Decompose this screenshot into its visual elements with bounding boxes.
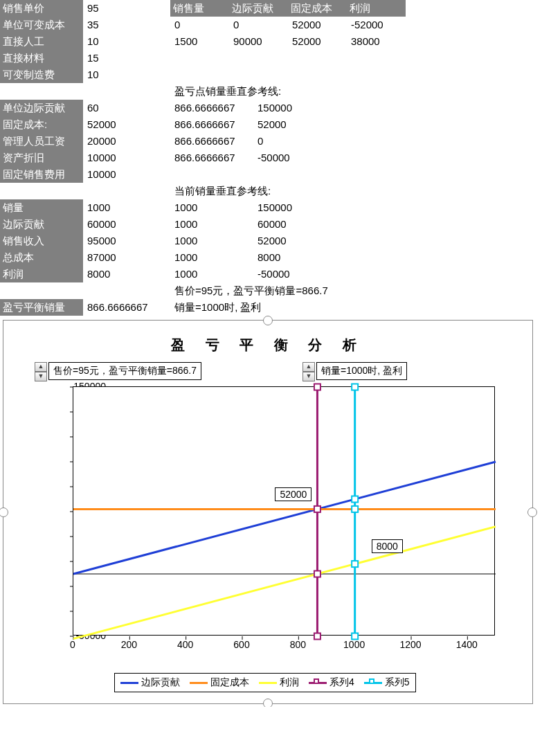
x-tick: 1400 xyxy=(456,639,478,650)
row-value: 10000 xyxy=(83,166,166,183)
data-cell: 52000 xyxy=(253,233,336,249)
chart-title: 盈 亏 平 衡 分 析 xyxy=(3,336,532,354)
data-cell: 150000 xyxy=(253,199,336,216)
svg-rect-38 xyxy=(352,633,358,640)
svg-rect-29 xyxy=(314,633,320,640)
spinner-up-icon[interactable]: ▲ xyxy=(302,362,315,372)
chart-caption: 售价=95元，盈亏平衡销量=866.7 xyxy=(48,362,201,380)
row-value: 10000 xyxy=(83,150,166,166)
data-cell: 60000 xyxy=(253,216,336,233)
row-label: 销量 xyxy=(0,199,83,216)
data-cell: 1000 xyxy=(170,249,253,266)
row-label: 盈亏平衡销量 xyxy=(0,299,83,316)
data-label: 8000 xyxy=(372,539,403,553)
row-value: 60000 xyxy=(83,216,166,233)
x-tick: 600 xyxy=(233,639,249,650)
section-title: 销量=1000时, 盈利 xyxy=(170,299,265,316)
row-value: 87000 xyxy=(83,249,166,266)
row-label: 边际贡献 xyxy=(0,216,83,233)
row-label: 单位可变成本 xyxy=(0,17,83,33)
x-tick: 0 xyxy=(70,639,75,650)
row-value: 8000 xyxy=(83,266,166,282)
data-cell: 1500 xyxy=(170,33,229,50)
row-value: 95000 xyxy=(83,233,166,249)
svg-rect-36 xyxy=(352,506,358,512)
svg-rect-28 xyxy=(314,571,320,577)
data-cell: 1000 xyxy=(170,233,253,249)
row-value: 1000 xyxy=(83,199,166,216)
row-value: 20000 xyxy=(83,133,166,150)
row-value: 866.6666667 xyxy=(83,299,166,316)
data-cell: -50000 xyxy=(253,266,336,282)
data-cell: 150000 xyxy=(253,100,336,116)
row-value: 15 xyxy=(83,50,166,66)
svg-rect-34 xyxy=(352,384,358,390)
row-label: 固定成本: xyxy=(0,116,83,133)
legend-item: 边际贡献 xyxy=(120,676,180,689)
spinner-control[interactable]: ▲▼ xyxy=(35,362,47,381)
svg-line-20 xyxy=(73,462,496,574)
spinner-down-icon[interactable]: ▼ xyxy=(35,372,47,381)
selection-handle[interactable] xyxy=(263,316,273,325)
row-label: 销售单价 xyxy=(0,0,83,17)
row-value: 95 xyxy=(83,0,166,17)
col-header: 利润 xyxy=(347,0,406,17)
data-cell: -52000 xyxy=(347,17,406,33)
data-cell: 38000 xyxy=(347,33,406,50)
chart-legend: 边际贡献固定成本利润系列4系列5 xyxy=(114,673,416,692)
data-cell: 1000 xyxy=(170,216,253,233)
data-cell: 0 xyxy=(170,17,229,33)
row-label: 固定销售费用 xyxy=(0,166,83,183)
data-cell: 0 xyxy=(229,17,288,33)
row-label: 可变制造费 xyxy=(0,66,83,83)
data-cell: -50000 xyxy=(253,150,336,166)
section-title: 盈亏点销量垂直参考线: xyxy=(170,83,285,100)
col-header: 固定成本 xyxy=(288,0,347,17)
row-value: 60 xyxy=(83,100,166,116)
row-label: 直接材料 xyxy=(0,50,83,66)
row-label: 利润 xyxy=(0,266,83,282)
row-label: 总成本 xyxy=(0,249,83,266)
plot-area xyxy=(73,386,495,636)
svg-rect-35 xyxy=(352,496,358,503)
data-cell: 1000 xyxy=(170,199,253,216)
x-tick: 200 xyxy=(121,639,137,650)
section-title: 当前销量垂直参考线: xyxy=(170,183,275,199)
data-cell: 52000 xyxy=(253,116,336,133)
data-cell: 52000 xyxy=(288,17,347,33)
data-cell: 866.6666667 xyxy=(170,133,253,150)
col-header: 边际贡献 xyxy=(229,0,288,17)
x-tick: 1000 xyxy=(343,639,365,650)
data-cell: 866.6666667 xyxy=(170,100,253,116)
col-header: 销售量 xyxy=(170,0,229,17)
row-label: 直接人工 xyxy=(0,33,83,50)
spinner-up-icon[interactable]: ▲ xyxy=(35,362,47,372)
svg-rect-26 xyxy=(314,384,320,390)
row-value: 10 xyxy=(83,66,166,83)
legend-item: 利润 xyxy=(259,676,299,689)
chart-caption: 销量=1000时, 盈利 xyxy=(316,362,407,380)
selection-handle[interactable] xyxy=(527,507,537,517)
data-cell: 0 xyxy=(253,133,336,150)
selection-handle[interactable] xyxy=(0,507,8,517)
legend-item: 系列4 xyxy=(309,676,354,689)
x-tick: 1200 xyxy=(399,639,421,650)
x-tick: 800 xyxy=(290,639,306,650)
row-value: 10 xyxy=(83,33,166,50)
chart-object[interactable]: 盈 亏 平 衡 分 析 -50000-30000-100001000030000… xyxy=(3,320,533,704)
spinner-down-icon[interactable]: ▼ xyxy=(302,372,315,381)
svg-rect-27 xyxy=(314,506,320,512)
data-cell: 866.6666667 xyxy=(170,150,253,166)
section-title: 售价=95元，盈亏平衡销量=866.7 xyxy=(170,282,332,299)
data-cell: 866.6666667 xyxy=(170,116,253,133)
spinner-control[interactable]: ▲▼ xyxy=(302,362,315,381)
row-value: 35 xyxy=(83,17,166,33)
svg-line-22 xyxy=(73,527,496,639)
row-value: 52000 xyxy=(83,116,166,133)
legend-item: 固定成本 xyxy=(190,676,249,689)
selection-handle[interactable] xyxy=(263,699,273,707)
row-label: 资产折旧 xyxy=(0,150,83,166)
data-cell: 90000 xyxy=(229,33,288,50)
worksheet: 销售单价95销售量边际贡献固定成本利润单位可变成本350052000-52000… xyxy=(0,0,542,704)
row-label: 管理人员工资 xyxy=(0,133,83,150)
